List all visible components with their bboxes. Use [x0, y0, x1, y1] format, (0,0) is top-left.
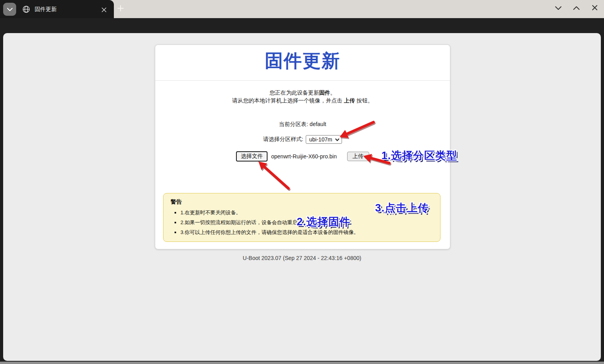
window-bottom-edge: [0, 362, 604, 364]
partition-style-row: 请选择分区样式: ubi-107m: [155, 135, 450, 144]
tab-actions-menu-button[interactable]: [3, 3, 16, 16]
annotation-arrow-2: [252, 158, 294, 193]
page-viewport: 固件更新 您正在为此设备更新固件。 请从您的本地计算机上选择一个镜像，并点击 上…: [3, 33, 601, 361]
intro-text: 您正在为此设备更新固件。 请从您的本地计算机上选择一个镜像，并点击 上传 按钮。: [155, 89, 450, 104]
window-minimize-button[interactable]: [554, 4, 562, 12]
chevron-up-icon: [573, 5, 580, 12]
annotation-step3: 3.点击上传: [375, 201, 429, 215]
chevron-down-icon: [7, 6, 13, 13]
tab-close-icon[interactable]: [102, 7, 106, 11]
divider: [155, 80, 450, 81]
page-title: 固件更新: [155, 49, 450, 73]
chevron-down-icon: [555, 5, 562, 12]
window-maximize-button[interactable]: [572, 4, 580, 12]
partition-style-selected-value: ubi-107m: [309, 136, 332, 143]
annotation-arrow-1: [334, 117, 379, 142]
tab-title: 固件更新: [35, 0, 57, 18]
window-controls: [554, 4, 598, 12]
partition-table-value: default: [310, 121, 326, 127]
warning-item: 3.你可以上传任何你想上传的文件，请确保您选择的是适合本设备的固件镜像。: [180, 229, 433, 236]
window-titlebar: 固件更新: [0, 0, 604, 18]
partition-style-label: 请选择分区样式:: [263, 136, 303, 143]
intro-line-1: 您正在为此设备更新固件。: [155, 89, 450, 97]
new-tab-button[interactable]: [116, 4, 125, 14]
partition-table-label: 当前分区表:: [279, 121, 308, 127]
annotation-arrow-3: [358, 152, 393, 168]
uboot-version-footer: U-Boot 2023.07 (Sep 27 2024 - 22:43:16 +…: [3, 255, 601, 261]
plus-icon: [117, 5, 124, 13]
browser-toolbar: 不安全 | 192.168.110.1/firmware.html: [0, 18, 604, 33]
window-close-button[interactable]: [591, 4, 598, 12]
partition-table-row: 当前分区表: default: [155, 121, 450, 128]
close-icon: [592, 5, 598, 12]
intro-line-2: 请从您的本地计算机上选择一个镜像，并点击 上传 按钮。: [155, 97, 450, 104]
globe-icon: [22, 6, 30, 13]
annotation-step2: 2.选择固件: [297, 215, 351, 229]
tab-strip: 固件更新: [0, 0, 114, 18]
